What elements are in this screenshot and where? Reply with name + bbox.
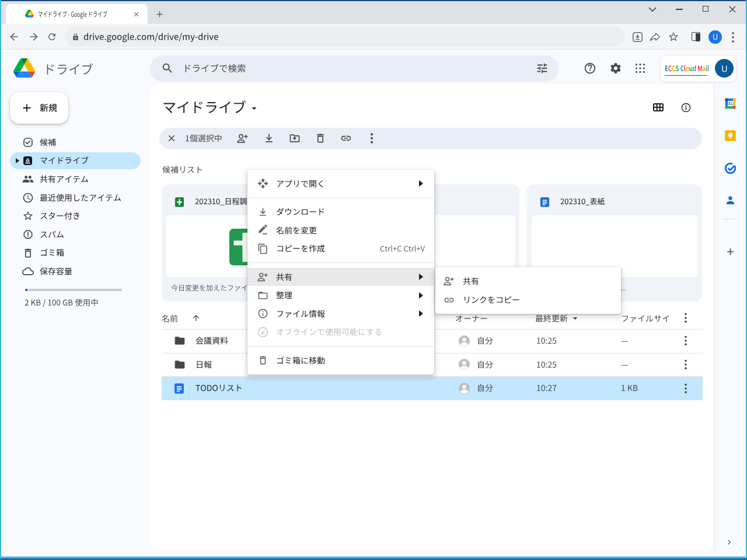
svg-text:31: 31 bbox=[728, 101, 732, 106]
